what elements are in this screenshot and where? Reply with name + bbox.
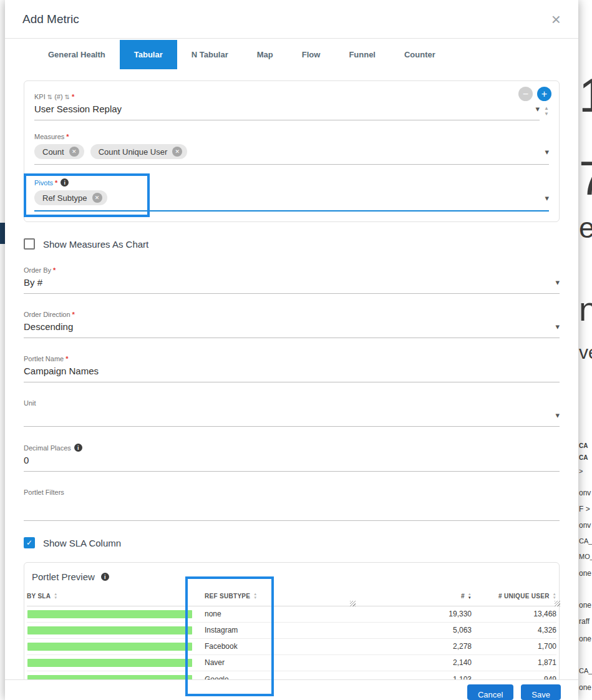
sla-bar: [27, 643, 192, 651]
background-text-fragment: CA_: [579, 538, 592, 545]
add-kpi-button[interactable]: +: [537, 87, 551, 101]
tab-n-tabular[interactable]: N Tabular: [177, 40, 243, 69]
required-mark: *: [53, 266, 56, 274]
tab-general-health[interactable]: General Health: [34, 40, 120, 69]
measures-select[interactable]: Count ✕ Count Unique User ✕ ▾: [34, 144, 549, 165]
ref-subtype-cell: Naver: [194, 658, 378, 667]
required-mark: *: [72, 93, 74, 100]
modal-footer: Cancel Save: [5, 679, 578, 700]
background-text-fragment: CA: [579, 443, 588, 449]
remove-chip-icon[interactable]: ✕: [69, 147, 79, 157]
unit-label: Unit: [24, 399, 560, 407]
info-icon[interactable]: i: [101, 573, 109, 581]
order-by-select[interactable]: By # ▾: [24, 275, 560, 294]
column-resize-handle[interactable]: [555, 601, 560, 606]
sort-icon[interactable]: ▲▼: [553, 592, 556, 600]
unique-user-cell: 1,871: [472, 658, 556, 667]
remove-chip-icon[interactable]: ✕: [92, 193, 102, 203]
checkbox-unchecked-icon[interactable]: [24, 238, 35, 250]
tab-flow[interactable]: Flow: [288, 40, 335, 69]
measures-label: Measures *: [34, 133, 549, 140]
count-cell: 2,140: [378, 658, 472, 667]
measures-label-text: Measures: [34, 133, 64, 140]
preview-table-header: BY SLA ▲▼ REF SUBTYPE ▲▼ # ▲▼ # UNIQUE U…: [27, 587, 556, 606]
table-row[interactable]: Naver 2,140 1,871: [27, 655, 556, 671]
field-label-text: Portlet Filters: [24, 489, 64, 496]
order-by-value: By #: [24, 277, 550, 288]
ref-subtype-cell: Facebook: [194, 642, 378, 651]
count-cell: 5,063: [378, 626, 472, 634]
close-icon[interactable]: ×: [551, 11, 561, 27]
cancel-button[interactable]: Cancel: [467, 684, 513, 700]
tab-label: Counter: [404, 50, 435, 59]
column-resize-handle[interactable]: [350, 601, 356, 606]
tab-funnel[interactable]: Funnel: [334, 40, 390, 69]
tab-counter[interactable]: Counter: [390, 40, 450, 69]
column-header-label: # UNIQUE USER: [498, 593, 550, 600]
kpi-select-value: User Session Replay: [34, 104, 531, 114]
chevron-down-icon: ▾: [545, 193, 549, 203]
chip-label: Count: [42, 147, 64, 157]
kpi-select[interactable]: User Session Replay ▾: [34, 102, 540, 120]
kpi-label: KPI ⇅ (#) ⇅ *: [34, 93, 549, 100]
kpi-label-text: KPI: [34, 93, 46, 100]
sort-toggle-icon[interactable]: ⇅: [47, 94, 52, 100]
sort-icon[interactable]: ▲▼: [253, 592, 257, 600]
table-row[interactable]: none 19,330 13,468: [27, 606, 556, 623]
unit-select[interactable]: ▾: [24, 408, 560, 427]
field-label-text: Decimal Places: [24, 444, 71, 452]
tab-bar: General Health Tabular N Tabular Map Flo…: [34, 40, 578, 69]
sort-toggle-icon[interactable]: ⇅: [65, 94, 70, 100]
show-measures-as-chart-checkbox[interactable]: Show Measures As Chart: [24, 238, 560, 250]
portlet-name-value: Campaign Names: [24, 366, 560, 376]
portlet-filters-label: Portlet Filters: [24, 489, 560, 496]
pivots-field: Pivots * i Ref Subtype ✕ ▾: [34, 178, 549, 211]
order-direction-value: Descending: [24, 321, 550, 332]
save-button[interactable]: Save: [521, 684, 561, 700]
chevron-down-icon: ▾: [555, 278, 560, 287]
decimal-places-input[interactable]: 0: [24, 453, 560, 472]
table-row[interactable]: Instagram 5,063 4,326: [27, 623, 556, 639]
sort-icon[interactable]: ▲▼: [54, 592, 57, 600]
kpi-reorder-spinner[interactable]: ▲ ▼: [544, 106, 549, 120]
order-by-label: Order By *: [24, 266, 560, 274]
order-direction-select[interactable]: Descending ▾: [24, 319, 560, 338]
required-mark: *: [66, 355, 68, 362]
chevron-down-icon: ▾: [555, 411, 560, 420]
field-label-text: Order By: [24, 266, 51, 274]
tab-map[interactable]: Map: [243, 40, 288, 69]
checkbox-checked-icon[interactable]: ✓: [24, 537, 35, 548]
background-text-fragment: onv: [579, 489, 591, 497]
portlet-name-input[interactable]: Campaign Names: [24, 364, 560, 382]
pivots-select[interactable]: Ref Subtype ✕ ▾: [34, 190, 549, 211]
column-header-label: #: [461, 593, 465, 600]
background-text-fragment: F >: [579, 505, 590, 513]
sla-bar: [27, 610, 192, 618]
spinner-down-icon[interactable]: ▼: [544, 112, 549, 117]
portlet-filters-input[interactable]: [24, 497, 560, 521]
remove-kpi-button[interactable]: −: [518, 87, 533, 101]
background-text-fragment: MO_: [579, 553, 592, 560]
remove-chip-icon[interactable]: ✕: [172, 147, 182, 157]
info-icon[interactable]: i: [61, 178, 69, 187]
table-row[interactable]: Facebook 2,278 1,700: [27, 639, 556, 655]
column-header-by-sla[interactable]: BY SLA ▲▼: [27, 592, 194, 600]
tab-tabular[interactable]: Tabular: [120, 40, 177, 69]
background-text-fragment: one: [579, 684, 591, 691]
column-header-unique-user[interactable]: # UNIQUE USER ▲▼: [472, 592, 556, 600]
show-sla-column-checkbox[interactable]: ✓ Show SLA Column: [24, 537, 560, 548]
kpi-unit-hint: (#): [54, 93, 62, 100]
background-text-fragment: CA_: [579, 668, 592, 674]
background-text-fragment: one: [579, 635, 591, 643]
checkbox-label: Show SLA Column: [43, 538, 121, 548]
portlet-name-field: Portlet Name * Campaign Names: [24, 355, 560, 382]
chevron-down-icon: ▾: [545, 147, 549, 157]
chevron-down-icon: ▾: [555, 322, 560, 331]
info-icon[interactable]: i: [74, 444, 82, 452]
column-header-count[interactable]: # ▲▼: [378, 592, 472, 600]
measure-chip: Count ✕: [34, 144, 84, 159]
chevron-down-icon: ▾: [536, 104, 540, 114]
column-header-ref-subtype[interactable]: REF SUBTYPE ▲▼: [194, 592, 378, 600]
modal-header: Add Metric ×: [5, 0, 578, 39]
tab-label: N Tabular: [192, 50, 228, 59]
